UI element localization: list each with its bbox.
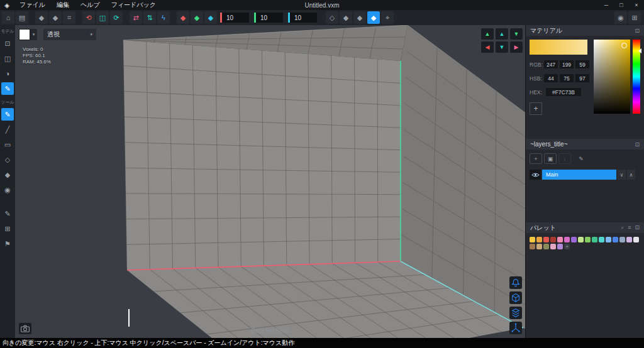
- grid-size-y-input[interactable]: 10: [254, 13, 283, 23]
- palette-swatch[interactable]: [557, 237, 563, 242]
- flip-y-button[interactable]: ⇅: [143, 11, 156, 24]
- grid-size-z-input[interactable]: 10: [288, 13, 317, 23]
- view-colored-button[interactable]: ◆: [353, 11, 366, 24]
- layout-grid-button[interactable]: ⊞: [628, 11, 641, 24]
- picker-tool[interactable]: ⚑: [1, 237, 14, 250]
- center-camera-button[interactable]: ⌖: [381, 11, 394, 24]
- select-tool[interactable]: ⊡: [1, 37, 14, 50]
- pencil-tool[interactable]: ✎: [1, 108, 14, 121]
- palette-swatch[interactable]: [543, 237, 549, 242]
- bell-button[interactable]: [509, 276, 522, 289]
- palette-swatch[interactable]: [633, 237, 639, 242]
- layer-move-down-button[interactable]: ∨: [618, 170, 626, 180]
- palette-swatch[interactable]: [592, 237, 597, 242]
- duplicate-model-button[interactable]: ◆: [49, 11, 62, 24]
- close-button[interactable]: ×: [629, 2, 644, 8]
- flip-x-button[interactable]: ⇄: [130, 11, 142, 24]
- resize-canvas-button[interactable]: ⌗: [63, 11, 75, 24]
- view-solid-button[interactable]: ◆: [340, 11, 352, 24]
- box-tool[interactable]: ◇: [1, 153, 14, 166]
- flip-horizontal-button[interactable]: ◫: [96, 11, 109, 24]
- rotate-left-button[interactable]: ⟲: [82, 11, 95, 24]
- menu-item-0[interactable]: ファイル: [14, 1, 51, 9]
- voxel-grid-scene[interactable]: [15, 25, 526, 338]
- view-shaded-button[interactable]: ◆: [367, 11, 380, 24]
- palette-swatch[interactable]: [550, 244, 556, 249]
- mirror-z-toggle[interactable]: ◆: [204, 11, 217, 24]
- viewport-3d[interactable]: ▾ 透視 ▾ Voxels: 0FPS: 60.1RAM: 45.6% ▲▲▼◀…: [15, 25, 526, 338]
- rectangle-tool[interactable]: ▭: [1, 138, 14, 151]
- stamp-tool[interactable]: ⊞: [1, 222, 14, 235]
- nav-up-left-button[interactable]: ▲: [481, 28, 494, 40]
- layers-view-button[interactable]: [509, 307, 522, 319]
- palette-swatch[interactable]: [557, 244, 563, 249]
- palette-swatch[interactable]: [571, 237, 577, 242]
- add-model-button[interactable]: ◆: [35, 11, 48, 24]
- pen-tool[interactable]: ✎: [1, 207, 14, 220]
- list-icon[interactable]: ≡: [628, 224, 631, 231]
- menu-item-3[interactable]: フィードバック: [106, 1, 162, 9]
- palette-swatch[interactable]: [536, 244, 542, 249]
- palette-swatch[interactable]: [564, 237, 570, 242]
- menu-item-2[interactable]: ヘルプ: [75, 1, 106, 9]
- voxel-frame-button[interactable]: [509, 291, 522, 304]
- rotate-right-button[interactable]: ⟳: [110, 11, 123, 24]
- bucket-tool[interactable]: ◉: [1, 183, 14, 196]
- magnifier-icon[interactable]: ⌕: [621, 224, 624, 231]
- palette-swatch[interactable]: [578, 237, 584, 242]
- hue-slider[interactable]: [633, 40, 640, 114]
- screenshot-button[interactable]: [19, 323, 31, 334]
- duplicate-layer-button[interactable]: ▣: [544, 153, 557, 164]
- palette-swatch[interactable]: [530, 244, 535, 249]
- rgb-input-1[interactable]: 199: [560, 60, 574, 68]
- palette-swatch[interactable]: [543, 244, 549, 249]
- mirror-x-toggle[interactable]: ◆: [177, 11, 189, 24]
- hsb-input-2[interactable]: 97: [575, 74, 589, 82]
- current-material-swatch[interactable]: [530, 40, 587, 55]
- hex-input[interactable]: #F7C73B: [546, 88, 581, 96]
- add-layer-button[interactable]: +: [530, 153, 542, 164]
- rgb-input-2[interactable]: 59: [575, 60, 589, 68]
- palette-swatch[interactable]: [613, 237, 618, 242]
- line-tool[interactable]: ╱: [1, 123, 14, 136]
- panel-icon[interactable]: ⊡: [635, 224, 640, 231]
- save-button[interactable]: ▤: [16, 11, 28, 24]
- merge-layer-button[interactable]: ↓: [558, 153, 571, 164]
- color-dropdown-button[interactable]: ▾: [30, 29, 37, 40]
- view-wireframe-button[interactable]: ◇: [326, 11, 338, 24]
- minimize-button[interactable]: ─: [599, 2, 614, 8]
- rename-layer-button[interactable]: ✎: [575, 154, 587, 163]
- maximize-button[interactable]: □: [614, 2, 629, 8]
- rgb-input-0[interactable]: 247: [544, 60, 558, 68]
- hsb-input-1[interactable]: 75: [560, 74, 574, 82]
- layer-visibility-toggle[interactable]: [530, 170, 541, 180]
- palette-swatch[interactable]: [550, 237, 556, 242]
- projection-select[interactable]: 透視 ▾: [43, 29, 96, 40]
- layer-move-up-button[interactable]: ∧: [627, 170, 635, 180]
- hsb-input-0[interactable]: 44: [544, 74, 558, 82]
- home-button[interactable]: ⌂: [2, 11, 14, 24]
- popout-panel-icon[interactable]: ⊡: [635, 141, 640, 148]
- palette-swatch[interactable]: [619, 237, 625, 242]
- palette-swatch[interactable]: [585, 237, 591, 242]
- palette-swatch[interactable]: [599, 237, 604, 242]
- nav-down-button[interactable]: ▼: [496, 41, 508, 53]
- brush-tool[interactable]: ✎: [1, 82, 14, 95]
- gizmo-button[interactable]: [509, 322, 522, 334]
- palette-tool[interactable]: ◑: [1, 67, 14, 80]
- popout-panel-icon[interactable]: ⊡: [635, 28, 640, 34]
- palette-swatch[interactable]: [606, 237, 611, 242]
- quick-mode-button[interactable]: ϟ: [157, 11, 170, 24]
- layer-name[interactable]: Main: [542, 170, 616, 180]
- current-color-swatch[interactable]: [19, 29, 30, 40]
- nav-up-button[interactable]: ▲: [496, 28, 508, 40]
- mirror-tool[interactable]: ◫: [1, 52, 14, 65]
- mirror-y-toggle[interactable]: ◆: [191, 11, 203, 24]
- palette-swatch[interactable]: [530, 237, 535, 242]
- nav-down-right-button[interactable]: ▼: [510, 28, 523, 40]
- voxel-box-tool[interactable]: ◆: [1, 168, 14, 181]
- add-palette-color-button[interactable]: +: [564, 244, 570, 249]
- nav-right-button[interactable]: ▶: [510, 41, 523, 53]
- menu-item-1[interactable]: 編集: [51, 1, 75, 9]
- saturation-brightness-picker[interactable]: [594, 40, 630, 114]
